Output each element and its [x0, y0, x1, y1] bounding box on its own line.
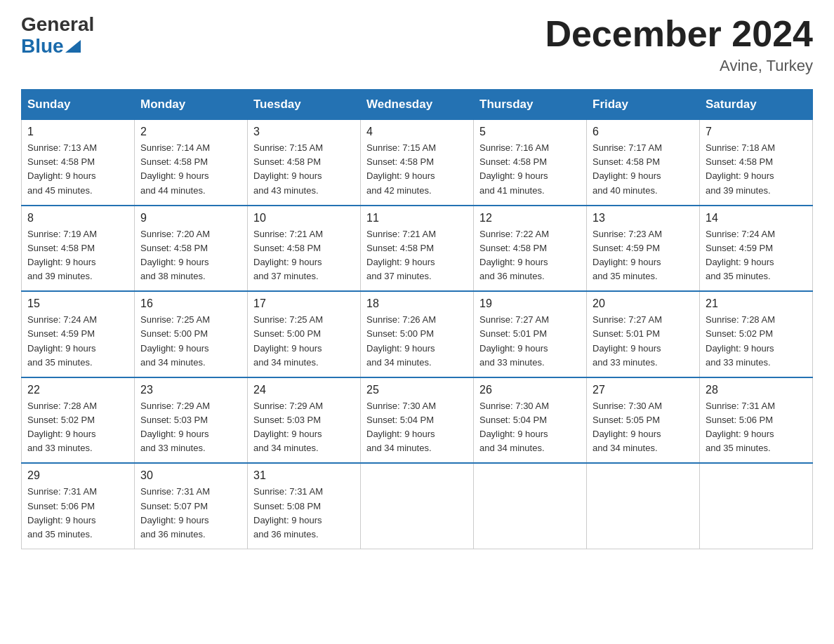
day-number: 28: [706, 384, 807, 396]
day-number: 30: [140, 469, 241, 482]
day-number: 14: [706, 212, 807, 224]
day-info: Sunrise: 7:22 AM Sunset: 4:58 PM Dayligh…: [479, 227, 581, 284]
day-number: 21: [706, 297, 807, 310]
day-info: Sunrise: 7:16 AM Sunset: 4:58 PM Dayligh…: [479, 141, 581, 198]
day-info: Sunrise: 7:28 AM Sunset: 5:02 PM Dayligh…: [706, 313, 807, 370]
logo-general: General: [21, 14, 94, 36]
calendar-table: SundayMondayTuesdayWednesdayThursdayFrid…: [21, 89, 813, 549]
calendar-week-row: 15 Sunrise: 7:24 AM Sunset: 4:59 PM Dayl…: [22, 291, 813, 377]
weekday-header-tuesday: Tuesday: [248, 90, 361, 119]
day-number: 22: [27, 384, 128, 396]
day-number: 7: [706, 126, 807, 138]
title-area: December 2024 Avine, Turkey: [545, 14, 813, 75]
logo: General Blue: [21, 14, 94, 58]
day-info: Sunrise: 7:24 AM Sunset: 4:59 PM Dayligh…: [27, 313, 128, 370]
calendar-week-row: 8 Sunrise: 7:19 AM Sunset: 4:58 PM Dayli…: [22, 206, 813, 292]
calendar-cell: 19 Sunrise: 7:27 AM Sunset: 5:01 PM Dayl…: [474, 291, 587, 377]
page-header: General Blue December 2024 Avine, Turkey: [21, 14, 813, 75]
day-info: Sunrise: 7:25 AM Sunset: 5:00 PM Dayligh…: [140, 313, 241, 370]
day-info: Sunrise: 7:18 AM Sunset: 4:58 PM Dayligh…: [706, 141, 807, 198]
day-number: 4: [366, 126, 468, 138]
weekday-header-thursday: Thursday: [474, 90, 587, 119]
calendar-cell: 29 Sunrise: 7:31 AM Sunset: 5:06 PM Dayl…: [22, 463, 135, 549]
calendar-cell: 2 Sunrise: 7:14 AM Sunset: 4:58 PM Dayli…: [135, 119, 248, 206]
day-info: Sunrise: 7:31 AM Sunset: 5:06 PM Dayligh…: [27, 485, 128, 542]
calendar-cell: 12 Sunrise: 7:22 AM Sunset: 4:58 PM Dayl…: [474, 206, 587, 292]
calendar-cell: 18 Sunrise: 7:26 AM Sunset: 5:00 PM Dayl…: [361, 291, 474, 377]
calendar-cell: 7 Sunrise: 7:18 AM Sunset: 4:58 PM Dayli…: [700, 119, 813, 206]
calendar-cell: [700, 463, 813, 549]
weekday-header-sunday: Sunday: [22, 90, 135, 119]
calendar-cell: 30 Sunrise: 7:31 AM Sunset: 5:07 PM Dayl…: [135, 463, 248, 549]
calendar-cell: 4 Sunrise: 7:15 AM Sunset: 4:58 PM Dayli…: [361, 119, 474, 206]
day-info: Sunrise: 7:13 AM Sunset: 4:58 PM Dayligh…: [27, 141, 128, 198]
calendar-cell: 26 Sunrise: 7:30 AM Sunset: 5:04 PM Dayl…: [474, 377, 587, 464]
day-info: Sunrise: 7:25 AM Sunset: 5:00 PM Dayligh…: [253, 313, 355, 370]
weekday-header-wednesday: Wednesday: [361, 90, 474, 119]
weekday-header-friday: Friday: [587, 90, 700, 119]
weekday-header-saturday: Saturday: [700, 90, 813, 119]
calendar-week-row: 1 Sunrise: 7:13 AM Sunset: 4:58 PM Dayli…: [22, 119, 813, 206]
day-info: Sunrise: 7:17 AM Sunset: 4:58 PM Dayligh…: [593, 141, 694, 198]
day-info: Sunrise: 7:26 AM Sunset: 5:00 PM Dayligh…: [366, 313, 468, 370]
calendar-cell: 23 Sunrise: 7:29 AM Sunset: 5:03 PM Dayl…: [135, 377, 248, 464]
day-info: Sunrise: 7:19 AM Sunset: 4:58 PM Dayligh…: [27, 227, 128, 284]
calendar-cell: 20 Sunrise: 7:27 AM Sunset: 5:01 PM Dayl…: [587, 291, 700, 377]
calendar-week-row: 29 Sunrise: 7:31 AM Sunset: 5:06 PM Dayl…: [22, 463, 813, 549]
calendar-cell: [361, 463, 474, 549]
logo-triangle-icon: [65, 40, 81, 53]
day-info: Sunrise: 7:31 AM Sunset: 5:08 PM Dayligh…: [253, 485, 355, 542]
day-number: 8: [27, 212, 128, 224]
day-info: Sunrise: 7:28 AM Sunset: 5:02 PM Dayligh…: [27, 399, 128, 456]
day-number: 24: [253, 384, 355, 396]
svg-marker-0: [65, 40, 81, 53]
day-info: Sunrise: 7:15 AM Sunset: 4:58 PM Dayligh…: [366, 141, 468, 198]
day-number: 10: [253, 212, 355, 224]
day-number: 16: [140, 297, 241, 310]
day-number: 6: [593, 126, 694, 138]
calendar-cell: 1 Sunrise: 7:13 AM Sunset: 4:58 PM Dayli…: [22, 119, 135, 206]
calendar-cell: 13 Sunrise: 7:23 AM Sunset: 4:59 PM Dayl…: [587, 206, 700, 292]
weekday-header-row: SundayMondayTuesdayWednesdayThursdayFrid…: [22, 90, 813, 119]
calendar-cell: 6 Sunrise: 7:17 AM Sunset: 4:58 PM Dayli…: [587, 119, 700, 206]
day-info: Sunrise: 7:31 AM Sunset: 5:06 PM Dayligh…: [706, 399, 807, 456]
day-number: 13: [593, 212, 694, 224]
calendar-cell: 17 Sunrise: 7:25 AM Sunset: 5:00 PM Dayl…: [248, 291, 361, 377]
calendar-cell: 25 Sunrise: 7:30 AM Sunset: 5:04 PM Dayl…: [361, 377, 474, 464]
day-number: 11: [366, 212, 468, 224]
calendar-cell: 14 Sunrise: 7:24 AM Sunset: 4:59 PM Dayl…: [700, 206, 813, 292]
day-info: Sunrise: 7:21 AM Sunset: 4:58 PM Dayligh…: [253, 227, 355, 284]
day-number: 2: [140, 126, 241, 138]
day-info: Sunrise: 7:30 AM Sunset: 5:04 PM Dayligh…: [366, 399, 468, 456]
day-info: Sunrise: 7:27 AM Sunset: 5:01 PM Dayligh…: [479, 313, 581, 370]
calendar-cell: 3 Sunrise: 7:15 AM Sunset: 4:58 PM Dayli…: [248, 119, 361, 206]
day-number: 29: [27, 469, 128, 482]
day-info: Sunrise: 7:27 AM Sunset: 5:01 PM Dayligh…: [593, 313, 694, 370]
day-number: 17: [253, 297, 355, 310]
calendar-cell: 5 Sunrise: 7:16 AM Sunset: 4:58 PM Dayli…: [474, 119, 587, 206]
calendar-cell: 15 Sunrise: 7:24 AM Sunset: 4:59 PM Dayl…: [22, 291, 135, 377]
calendar-cell: 9 Sunrise: 7:20 AM Sunset: 4:58 PM Dayli…: [135, 206, 248, 292]
day-info: Sunrise: 7:14 AM Sunset: 4:58 PM Dayligh…: [140, 141, 241, 198]
day-number: 23: [140, 384, 241, 396]
day-number: 15: [27, 297, 128, 310]
day-info: Sunrise: 7:20 AM Sunset: 4:58 PM Dayligh…: [140, 227, 241, 284]
calendar-cell: 10 Sunrise: 7:21 AM Sunset: 4:58 PM Dayl…: [248, 206, 361, 292]
day-number: 26: [479, 384, 581, 396]
location: Avine, Turkey: [545, 57, 813, 75]
calendar-cell: 24 Sunrise: 7:29 AM Sunset: 5:03 PM Dayl…: [248, 377, 361, 464]
day-info: Sunrise: 7:31 AM Sunset: 5:07 PM Dayligh…: [140, 485, 241, 542]
day-number: 12: [479, 212, 581, 224]
calendar-cell: 16 Sunrise: 7:25 AM Sunset: 5:00 PM Dayl…: [135, 291, 248, 377]
day-info: Sunrise: 7:29 AM Sunset: 5:03 PM Dayligh…: [140, 399, 241, 456]
weekday-header-monday: Monday: [135, 90, 248, 119]
day-info: Sunrise: 7:30 AM Sunset: 5:05 PM Dayligh…: [593, 399, 694, 456]
day-info: Sunrise: 7:23 AM Sunset: 4:59 PM Dayligh…: [593, 227, 694, 284]
calendar-cell: 22 Sunrise: 7:28 AM Sunset: 5:02 PM Dayl…: [22, 377, 135, 464]
day-number: 9: [140, 212, 241, 224]
day-number: 27: [593, 384, 694, 396]
calendar-cell: 21 Sunrise: 7:28 AM Sunset: 5:02 PM Dayl…: [700, 291, 813, 377]
month-title: December 2024: [545, 14, 813, 54]
day-number: 3: [253, 126, 355, 138]
day-number: 1: [27, 126, 128, 138]
